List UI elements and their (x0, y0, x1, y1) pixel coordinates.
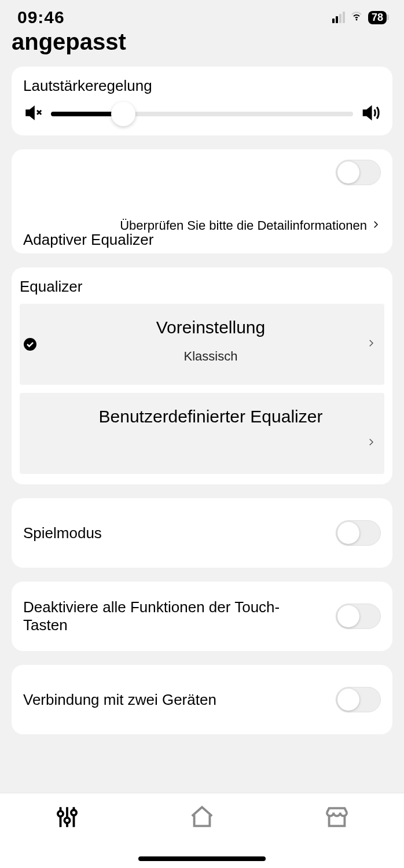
battery-indicator: 78 (368, 11, 387, 24)
svg-point-5 (58, 811, 63, 816)
chevron-right-icon (366, 437, 376, 450)
disable-touch-toggle[interactable] (336, 604, 381, 629)
equalizer-preset-title: Voreinstellung (49, 318, 373, 337)
volume-card: Lautstärkeregelung (12, 67, 392, 135)
volume-mute-icon[interactable] (23, 103, 43, 125)
equalizer-custom-option[interactable]: Benutzerdefinierter Equalizer (20, 393, 384, 474)
equalizer-section-label: Equalizer (20, 278, 384, 296)
dual-device-label: Verbindung mit zwei Geräten (23, 691, 216, 709)
adaptive-eq-detail-label: Überprüfen Sie bitte die Detailinformati… (120, 218, 367, 233)
tab-home[interactable] (189, 804, 215, 833)
status-time: 09:46 (17, 8, 65, 27)
volume-label: Lautstärkeregelung (23, 77, 381, 95)
check-circle-icon (23, 337, 37, 351)
cellular-icon (332, 12, 345, 23)
adaptive-eq-toggle[interactable] (336, 160, 381, 185)
tab-equalizer[interactable] (54, 804, 80, 833)
dual-device-card: Verbindung mit zwei Geräten (12, 665, 392, 734)
adaptive-eq-detail-link[interactable]: Überprüfen Sie bitte die Detailinformati… (120, 218, 381, 233)
chevron-right-icon (370, 218, 381, 233)
chevron-right-icon (366, 338, 376, 351)
home-indicator[interactable] (138, 856, 266, 861)
svg-point-7 (65, 818, 70, 823)
volume-max-icon[interactable] (361, 103, 381, 125)
equalizer-custom-title: Benutzerdefinierter Equalizer (49, 407, 373, 426)
equalizer-card: Equalizer Voreinstellung Klassisch Benut… (12, 267, 392, 484)
wifi-icon (350, 9, 363, 25)
volume-slider-thumb[interactable] (111, 102, 135, 126)
dual-device-toggle[interactable] (336, 687, 381, 712)
game-mode-toggle[interactable] (336, 520, 381, 546)
disable-touch-card: Deaktiviere alle Funktionen der Touch-Ta… (12, 582, 392, 651)
svg-point-3 (24, 338, 36, 351)
adaptive-eq-title: Adaptiver Equalizer (23, 231, 153, 249)
status-bar: 09:46 78 (0, 0, 404, 29)
volume-slider[interactable] (51, 112, 353, 116)
svg-point-9 (71, 810, 76, 815)
tab-store[interactable] (324, 804, 350, 833)
status-indicators: 78 (332, 9, 387, 25)
equalizer-preset-value: Klassisch (49, 349, 373, 364)
disable-touch-label: Deaktiviere alle Funktionen der Touch-Ta… (23, 598, 301, 634)
page-title: angepasst (0, 29, 404, 61)
svg-point-0 (356, 19, 358, 21)
tab-bar (0, 793, 404, 868)
adaptive-eq-card: Überprüfen Sie bitte die Detailinformati… (12, 149, 392, 253)
game-mode-card: Spielmodus (12, 498, 392, 568)
equalizer-preset-option[interactable]: Voreinstellung Klassisch (20, 304, 384, 385)
game-mode-label: Spielmodus (23, 524, 102, 542)
